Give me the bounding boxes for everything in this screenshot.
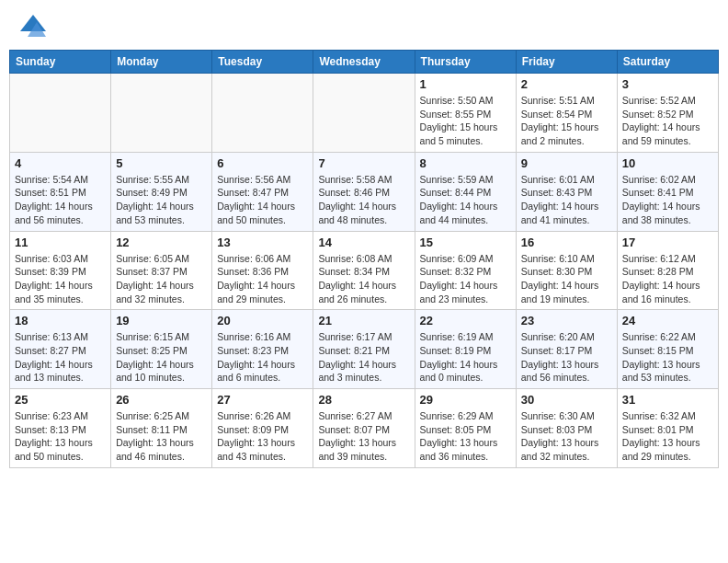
- calendar-day-11: 11Sunrise: 6:03 AM Sunset: 8:39 PM Dayli…: [10, 231, 111, 310]
- calendar-week-1: 1Sunrise: 5:50 AM Sunset: 8:55 PM Daylig…: [10, 74, 719, 153]
- empty-day: [313, 74, 415, 153]
- day-info: Sunrise: 6:02 AM Sunset: 8:41 PM Dayligh…: [622, 173, 713, 227]
- calendar-week-5: 25Sunrise: 6:23 AM Sunset: 8:13 PM Dayli…: [10, 389, 719, 468]
- day-info: Sunrise: 6:10 AM Sunset: 8:30 PM Dayligh…: [521, 252, 612, 306]
- calendar-day-29: 29Sunrise: 6:29 AM Sunset: 8:05 PM Dayli…: [415, 389, 516, 468]
- day-number: 26: [116, 393, 207, 407]
- day-info: Sunrise: 6:13 AM Sunset: 8:27 PM Dayligh…: [15, 330, 106, 385]
- day-number: 30: [521, 393, 612, 407]
- day-number: 22: [420, 314, 511, 327]
- day-info: Sunrise: 6:01 AM Sunset: 8:43 PM Dayligh…: [521, 173, 612, 227]
- day-number: 5: [116, 156, 207, 170]
- calendar-day-13: 13Sunrise: 6:06 AM Sunset: 8:36 PM Dayli…: [212, 231, 313, 310]
- day-info: Sunrise: 6:23 AM Sunset: 8:13 PM Dayligh…: [15, 409, 106, 464]
- calendar-day-30: 30Sunrise: 6:30 AM Sunset: 8:03 PM Dayli…: [516, 389, 617, 468]
- calendar-day-26: 26Sunrise: 6:25 AM Sunset: 8:11 PM Dayli…: [111, 389, 212, 468]
- calendar-day-16: 16Sunrise: 6:10 AM Sunset: 8:30 PM Dayli…: [516, 231, 617, 310]
- day-header-tuesday: Tuesday: [212, 51, 313, 74]
- day-number: 29: [420, 393, 511, 407]
- day-number: 3: [622, 77, 713, 91]
- calendar-day-2: 2Sunrise: 5:51 AM Sunset: 8:54 PM Daylig…: [516, 74, 617, 153]
- day-header-saturday: Saturday: [617, 51, 718, 74]
- day-number: 23: [521, 314, 612, 327]
- day-number: 2: [521, 77, 612, 91]
- day-number: 21: [318, 314, 409, 327]
- day-number: 7: [318, 156, 409, 170]
- day-info: Sunrise: 6:15 AM Sunset: 8:25 PM Dayligh…: [116, 330, 207, 385]
- day-info: Sunrise: 6:25 AM Sunset: 8:11 PM Dayligh…: [116, 409, 207, 464]
- day-number: 14: [318, 236, 409, 249]
- day-number: 20: [217, 314, 308, 327]
- day-info: Sunrise: 6:20 AM Sunset: 8:17 PM Dayligh…: [521, 330, 612, 385]
- day-info: Sunrise: 5:52 AM Sunset: 8:52 PM Dayligh…: [622, 94, 713, 148]
- day-number: 4: [15, 156, 106, 170]
- day-number: 19: [116, 314, 207, 327]
- calendar-day-6: 6Sunrise: 5:56 AM Sunset: 8:47 PM Daylig…: [212, 152, 313, 231]
- calendar-day-8: 8Sunrise: 5:59 AM Sunset: 8:44 PM Daylig…: [415, 152, 516, 231]
- calendar-day-25: 25Sunrise: 6:23 AM Sunset: 8:13 PM Dayli…: [10, 389, 111, 468]
- day-number: 8: [420, 156, 511, 170]
- day-info: Sunrise: 6:19 AM Sunset: 8:19 PM Dayligh…: [420, 330, 511, 385]
- day-info: Sunrise: 6:08 AM Sunset: 8:34 PM Dayligh…: [318, 252, 409, 306]
- day-info: Sunrise: 6:06 AM Sunset: 8:36 PM Dayligh…: [217, 252, 308, 306]
- day-info: Sunrise: 6:03 AM Sunset: 8:39 PM Dayligh…: [15, 252, 106, 306]
- calendar-day-27: 27Sunrise: 6:26 AM Sunset: 8:09 PM Dayli…: [212, 389, 313, 468]
- day-info: Sunrise: 6:05 AM Sunset: 8:37 PM Dayligh…: [116, 252, 207, 306]
- day-number: 27: [217, 393, 308, 407]
- calendar-week-4: 18Sunrise: 6:13 AM Sunset: 8:27 PM Dayli…: [10, 310, 719, 389]
- calendar-day-7: 7Sunrise: 5:58 AM Sunset: 8:46 PM Daylig…: [313, 152, 415, 231]
- day-header-sunday: Sunday: [10, 51, 111, 74]
- calendar-day-23: 23Sunrise: 6:20 AM Sunset: 8:17 PM Dayli…: [516, 310, 617, 389]
- day-info: Sunrise: 6:30 AM Sunset: 8:03 PM Dayligh…: [521, 409, 612, 464]
- day-number: 31: [622, 393, 713, 407]
- day-number: 24: [622, 314, 713, 327]
- calendar-week-2: 4Sunrise: 5:54 AM Sunset: 8:51 PM Daylig…: [10, 152, 719, 231]
- empty-day: [10, 74, 111, 153]
- calendar-day-3: 3Sunrise: 5:52 AM Sunset: 8:52 PM Daylig…: [617, 74, 718, 153]
- day-info: Sunrise: 6:27 AM Sunset: 8:07 PM Dayligh…: [318, 409, 409, 464]
- day-number: 1: [420, 77, 511, 91]
- day-info: Sunrise: 6:32 AM Sunset: 8:01 PM Dayligh…: [622, 409, 713, 464]
- day-info: Sunrise: 6:17 AM Sunset: 8:21 PM Dayligh…: [318, 330, 409, 385]
- day-number: 9: [521, 156, 612, 170]
- calendar-day-24: 24Sunrise: 6:22 AM Sunset: 8:15 PM Dayli…: [617, 310, 718, 389]
- calendar-day-19: 19Sunrise: 6:15 AM Sunset: 8:25 PM Dayli…: [111, 310, 212, 389]
- day-number: 16: [521, 236, 612, 249]
- empty-day: [111, 74, 212, 153]
- calendar-day-12: 12Sunrise: 6:05 AM Sunset: 8:37 PM Dayli…: [111, 231, 212, 310]
- day-number: 15: [420, 236, 511, 249]
- calendar-day-28: 28Sunrise: 6:27 AM Sunset: 8:07 PM Dayli…: [313, 389, 415, 468]
- day-header-friday: Friday: [516, 51, 617, 74]
- day-number: 28: [318, 393, 409, 407]
- day-number: 25: [15, 393, 106, 407]
- day-info: Sunrise: 6:29 AM Sunset: 8:05 PM Dayligh…: [420, 409, 511, 464]
- day-info: Sunrise: 5:59 AM Sunset: 8:44 PM Dayligh…: [420, 173, 511, 227]
- day-info: Sunrise: 5:50 AM Sunset: 8:55 PM Dayligh…: [420, 94, 511, 148]
- calendar-day-18: 18Sunrise: 6:13 AM Sunset: 8:27 PM Dayli…: [10, 310, 111, 389]
- day-number: 10: [622, 156, 713, 170]
- empty-day: [212, 74, 313, 153]
- day-info: Sunrise: 5:54 AM Sunset: 8:51 PM Dayligh…: [15, 173, 106, 227]
- day-number: 13: [217, 236, 308, 249]
- calendar-day-22: 22Sunrise: 6:19 AM Sunset: 8:19 PM Dayli…: [415, 310, 516, 389]
- calendar-day-31: 31Sunrise: 6:32 AM Sunset: 8:01 PM Dayli…: [617, 389, 718, 468]
- day-info: Sunrise: 6:09 AM Sunset: 8:32 PM Dayligh…: [420, 252, 511, 306]
- calendar-day-17: 17Sunrise: 6:12 AM Sunset: 8:28 PM Dayli…: [617, 231, 718, 310]
- calendar-day-21: 21Sunrise: 6:17 AM Sunset: 8:21 PM Dayli…: [313, 310, 415, 389]
- calendar-day-15: 15Sunrise: 6:09 AM Sunset: 8:32 PM Dayli…: [415, 231, 516, 310]
- day-info: Sunrise: 6:22 AM Sunset: 8:15 PM Dayligh…: [622, 330, 713, 385]
- calendar-week-3: 11Sunrise: 6:03 AM Sunset: 8:39 PM Dayli…: [10, 231, 719, 310]
- calendar-day-5: 5Sunrise: 5:55 AM Sunset: 8:49 PM Daylig…: [111, 152, 212, 231]
- day-info: Sunrise: 6:26 AM Sunset: 8:09 PM Dayligh…: [217, 409, 308, 464]
- calendar-day-1: 1Sunrise: 5:50 AM Sunset: 8:55 PM Daylig…: [415, 74, 516, 153]
- calendar-day-14: 14Sunrise: 6:08 AM Sunset: 8:34 PM Dayli…: [313, 231, 415, 310]
- day-number: 12: [116, 236, 207, 249]
- day-info: Sunrise: 6:12 AM Sunset: 8:28 PM Dayligh…: [622, 252, 713, 306]
- day-number: 6: [217, 156, 308, 170]
- day-header-monday: Monday: [111, 51, 212, 74]
- day-info: Sunrise: 5:56 AM Sunset: 8:47 PM Dayligh…: [217, 173, 308, 227]
- day-header-thursday: Thursday: [415, 51, 516, 74]
- calendar-day-10: 10Sunrise: 6:02 AM Sunset: 8:41 PM Dayli…: [617, 152, 718, 231]
- day-info: Sunrise: 5:51 AM Sunset: 8:54 PM Dayligh…: [521, 94, 612, 148]
- calendar-day-9: 9Sunrise: 6:01 AM Sunset: 8:43 PM Daylig…: [516, 152, 617, 231]
